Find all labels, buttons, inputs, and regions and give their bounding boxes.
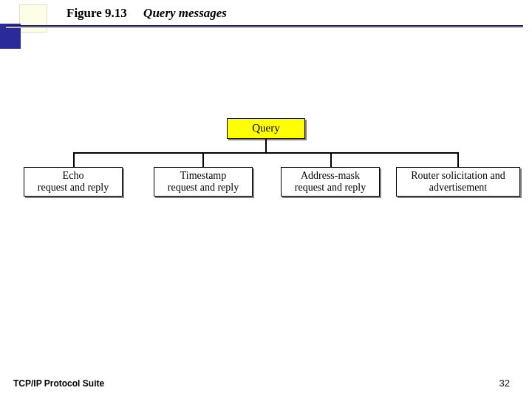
connector-line <box>73 152 75 167</box>
node-address-mask: Address-mask request and reply <box>281 167 380 197</box>
node-router: Router solicitation and advertisement <box>396 167 520 197</box>
slide-logo-square <box>19 4 47 33</box>
figure-title: Query messages <box>143 6 227 20</box>
figure-number: Figure 9.13 <box>66 6 127 20</box>
page-number: 32 <box>499 378 510 389</box>
node-echo: Echo request and reply <box>24 167 123 197</box>
query-hierarchy-diagram: Query Echo request and reply Timestamp r… <box>0 118 532 244</box>
connector-line <box>202 152 204 167</box>
node-root-query: Query <box>227 118 305 139</box>
node-timestamp: Timestamp request and reply <box>154 167 253 197</box>
connector-line <box>265 139 267 152</box>
connector-line <box>73 152 459 154</box>
footer-source: TCP/IP Protocol Suite <box>13 378 104 389</box>
connector-line <box>457 152 459 167</box>
connector-line <box>330 152 332 167</box>
header-rule-shadow <box>6 27 523 28</box>
figure-caption: Figure 9.13 Query messages <box>66 6 227 21</box>
header-rule <box>6 25 523 27</box>
